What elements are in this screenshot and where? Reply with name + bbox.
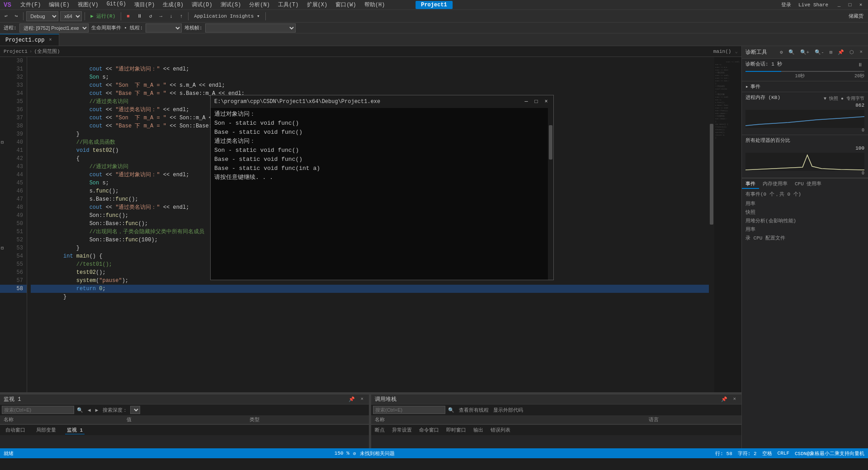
- breakpoints-tab[interactable]: 断点: [373, 426, 387, 434]
- heap-rate: 用率: [742, 225, 868, 234]
- menu-debug[interactable]: 调试(D): [188, 0, 216, 9]
- watch-back-btn[interactable]: ◀: [86, 407, 93, 414]
- maximize-button[interactable]: □: [846, 1, 854, 9]
- menu-git[interactable]: Git(G): [103, 0, 130, 9]
- show-threads-btn[interactable]: 查看所有线程: [457, 406, 491, 414]
- gutter-line-35: 35: [0, 98, 27, 106]
- auto-window-tab[interactable]: 自动窗口: [4, 426, 27, 434]
- console-scroll-thumb[interactable]: [549, 125, 552, 160]
- stack-select[interactable]: [205, 24, 296, 33]
- process-select[interactable]: 进程: [9752] Project1.exe: [19, 24, 89, 33]
- scroll-thumb[interactable]: [710, 124, 713, 225]
- command-window-tab[interactable]: 命令窗口: [417, 426, 441, 434]
- menu-analyze[interactable]: 分析(N): [245, 0, 274, 9]
- events-header[interactable]: ▸ 事件: [745, 83, 864, 90]
- console-title-bar: E:\program\cpp\CSDN\Project1\x64\Debug\P…: [211, 95, 553, 108]
- undo-button[interactable]: ↩: [2, 12, 10, 20]
- main-toolbar: ↩ ↪ Debug Release x64 x86 ▶ 运行(R) ■ ⏸ ↺ …: [0, 10, 868, 23]
- editor-tab-project1[interactable]: Project1.cpp ×: [0, 34, 59, 46]
- gutter-line-48: 48: [0, 203, 27, 212]
- pause-button[interactable]: ⏸: [134, 12, 145, 20]
- run-button[interactable]: ▶ 运行(R): [88, 12, 118, 20]
- func-breadcrumb: main(): [713, 49, 731, 54]
- console-popup: E:\program\cpp\CSDN\Project1\x64\Debug\P…: [210, 95, 554, 280]
- application-insights-button[interactable]: Application Insights ▾: [191, 12, 262, 20]
- gutter-line-36: 36: [0, 106, 27, 114]
- breadcrumb-expand-icon[interactable]: ⌄: [735, 48, 738, 54]
- call-search-btn[interactable]: 🔍: [446, 407, 456, 414]
- events-collapse-icon: ▸: [745, 84, 749, 89]
- menu-view[interactable]: 视图(V): [74, 0, 102, 9]
- code-line-30: cout << "通过对象访问：" << endl;: [31, 57, 709, 65]
- diag-fit-btn[interactable]: ⊞: [828, 49, 835, 56]
- minimize-button[interactable]: _: [835, 1, 843, 9]
- menu-edit[interactable]: 编辑(E): [45, 0, 73, 9]
- snapshot-section: 快照: [742, 208, 868, 216]
- watch-toolbar: 🔍 ◀ ▶ 搜索深度：: [0, 404, 369, 415]
- watch-fwd-btn[interactable]: ▶: [94, 407, 100, 414]
- watch-pin-button[interactable]: 📌: [347, 396, 357, 403]
- char-info: 字符: 2: [738, 450, 757, 457]
- menu-tools[interactable]: 工具(T): [274, 0, 302, 9]
- diag-float-btn[interactable]: ⬡: [848, 49, 856, 56]
- error-list-tab[interactable]: 错误列表: [489, 426, 512, 434]
- gutter-line-55: 55: [0, 260, 27, 268]
- diag-tab-cpu[interactable]: CPU 使用率: [791, 179, 825, 189]
- exception-settings-tab[interactable]: 异常设置: [390, 426, 414, 434]
- manage-toolbar-button[interactable]: 储藏货: [846, 12, 866, 20]
- menu-help[interactable]: 帮助(H): [361, 0, 389, 9]
- call-search-input[interactable]: [373, 406, 445, 414]
- redo-button[interactable]: ↪: [12, 12, 21, 20]
- menu-test[interactable]: 测试(S): [217, 0, 245, 9]
- diag-zoom-in-btn[interactable]: 🔍+: [798, 49, 811, 56]
- title-bar: VS 文件(F) 编辑(E) 视图(V) Git(G) 项目(P) 生成(B) …: [0, 0, 868, 10]
- menu-window[interactable]: 窗口(W): [332, 0, 360, 9]
- editor-scrollbar[interactable]: [709, 57, 714, 392]
- watch-search-btn[interactable]: 🔍: [75, 407, 85, 414]
- call-table-header: 名称 语言: [371, 415, 741, 424]
- stop-button[interactable]: ■: [124, 13, 132, 20]
- close-button[interactable]: ×: [857, 1, 864, 9]
- diag-tab-events[interactable]: 事件: [742, 179, 759, 189]
- tab-close-button[interactable]: ×: [47, 37, 53, 43]
- watch1-tab[interactable]: 监视 1: [65, 426, 85, 434]
- diag-tab-memory[interactable]: 内存使用率: [759, 179, 791, 189]
- diag-settings-btn[interactable]: ⚙: [778, 49, 785, 56]
- console-minimize-btn[interactable]: —: [523, 98, 530, 105]
- debug-config-select[interactable]: Debug Release: [26, 11, 58, 21]
- menu-build[interactable]: 生成(B): [159, 0, 187, 9]
- menu-extensions[interactable]: 扩展(X): [303, 0, 331, 9]
- call-pin-button[interactable]: 📌: [719, 396, 729, 403]
- local-vars-tab[interactable]: 局部变量: [34, 426, 58, 434]
- watch-close-button[interactable]: ×: [359, 396, 365, 403]
- diag-search-btn[interactable]: 🔍: [787, 49, 797, 56]
- immediate-window-tab[interactable]: 即时窗口: [444, 426, 468, 434]
- console-line-4: 通过类名访问：: [214, 137, 544, 146]
- call-close-button[interactable]: ×: [731, 396, 738, 403]
- diag-close-btn[interactable]: ×: [858, 49, 864, 56]
- show-external-btn[interactable]: 显示外部代码: [491, 406, 525, 414]
- menu-file[interactable]: 文件(F): [17, 0, 45, 9]
- zoom-level[interactable]: 150 %: [335, 451, 349, 456]
- watch-depth-select[interactable]: [130, 406, 140, 414]
- platform-select[interactable]: x64 x86: [60, 11, 82, 21]
- watch-search-input[interactable]: [2, 406, 74, 414]
- step-into-button[interactable]: ↓: [167, 13, 175, 20]
- console-scrollbar[interactable]: [548, 108, 553, 280]
- fold-40[interactable]: ⊟: [1, 140, 4, 145]
- console-maximize-btn[interactable]: □: [533, 98, 540, 105]
- live-share-button[interactable]: Live Share: [798, 2, 828, 8]
- restart-button[interactable]: ↺: [146, 12, 155, 20]
- diag-pin-btn[interactable]: 📌: [836, 49, 846, 56]
- step-over-button[interactable]: →: [157, 13, 165, 20]
- console-close-btn[interactable]: ×: [542, 98, 550, 105]
- login-button[interactable]: 登录: [781, 1, 791, 8]
- watch-depth-label: 搜索深度：: [101, 406, 129, 414]
- menu-project[interactable]: 项目(P): [131, 0, 159, 9]
- diag-zoom-out-btn[interactable]: 🔍-: [813, 49, 826, 56]
- step-out-button[interactable]: ↑: [177, 13, 186, 20]
- fold-53[interactable]: ⊟: [1, 245, 4, 251]
- diag-stop-session-btn[interactable]: ⏸: [856, 61, 864, 68]
- thread-select[interactable]: [146, 24, 182, 33]
- output-tab[interactable]: 输出: [472, 426, 485, 434]
